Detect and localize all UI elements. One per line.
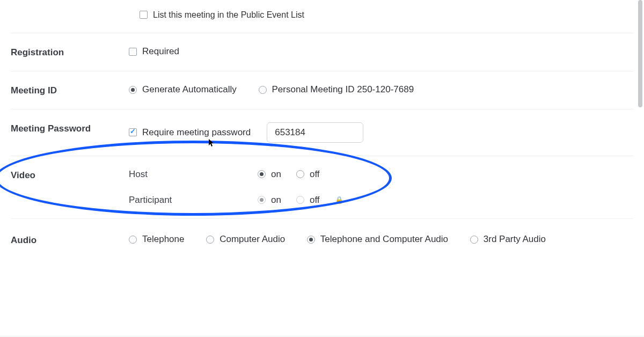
lock-icon: 🔒 bbox=[335, 196, 343, 204]
video-row: Video Host on off bbox=[11, 156, 633, 219]
meeting-password-input[interactable]: 653184 bbox=[267, 122, 363, 143]
public-event-list-checkbox[interactable] bbox=[140, 11, 148, 19]
audio-row: Audio Telephone Computer Audio Telephone… bbox=[11, 219, 633, 262]
meeting-id-personal-label: Personal Meeting ID 250-120-7689 bbox=[272, 84, 414, 95]
registration-required-label: Required bbox=[142, 46, 179, 57]
video-host-off-label: off bbox=[310, 169, 320, 180]
audio-thirdparty-radio[interactable] bbox=[470, 236, 478, 244]
meeting-id-section-label: Meeting ID bbox=[11, 84, 129, 96]
require-password-label: Require meeting password bbox=[142, 127, 251, 138]
audio-both-label: Telephone and Computer Audio bbox=[320, 234, 448, 245]
video-section-label: Video bbox=[11, 169, 129, 181]
video-host-label: Host bbox=[129, 169, 258, 180]
audio-section-label: Audio bbox=[11, 234, 129, 246]
video-host-subrow: Host on off bbox=[129, 169, 633, 180]
require-password-checkbox[interactable] bbox=[129, 128, 137, 136]
registration-section-label: Registration bbox=[11, 46, 129, 58]
registration-required-checkbox[interactable] bbox=[129, 48, 137, 56]
bottom-fade bbox=[0, 335, 644, 337]
audio-both-radio[interactable] bbox=[307, 236, 315, 244]
meeting-id-row: Meeting ID Generate Automatically Person… bbox=[11, 71, 633, 109]
audio-computer-radio[interactable] bbox=[206, 236, 214, 244]
video-host-on-radio[interactable] bbox=[258, 170, 266, 178]
meeting-id-auto-radio[interactable] bbox=[129, 86, 137, 94]
meeting-password-row: Meeting Password Require meeting passwor… bbox=[11, 109, 633, 156]
audio-thirdparty-label: 3rd Party Audio bbox=[484, 234, 546, 245]
meeting-id-personal-radio[interactable] bbox=[259, 86, 267, 94]
public-event-list-label: List this meeting in the Public Event Li… bbox=[153, 10, 304, 20]
registration-row: Registration Required bbox=[11, 33, 633, 71]
video-host-on-label: on bbox=[271, 169, 281, 180]
video-host-off-radio[interactable] bbox=[296, 170, 304, 178]
video-participant-on-radio[interactable] bbox=[258, 196, 266, 204]
video-participant-off-label: off bbox=[310, 195, 320, 206]
meeting-id-auto-label: Generate Automatically bbox=[142, 84, 237, 95]
audio-telephone-label: Telephone bbox=[142, 234, 184, 245]
public-event-list-row: List this meeting in the Public Event Li… bbox=[11, 0, 633, 33]
video-participant-off-radio[interactable] bbox=[296, 196, 304, 204]
audio-telephone-radio[interactable] bbox=[129, 236, 137, 244]
video-participant-on-label: on bbox=[271, 195, 281, 206]
audio-computer-label: Computer Audio bbox=[219, 234, 285, 245]
video-participant-label: Participant bbox=[129, 195, 258, 206]
meeting-password-section-label: Meeting Password bbox=[11, 122, 129, 134]
video-participant-subrow: Participant on off 🔒 bbox=[129, 195, 633, 206]
scrollbar-thumb[interactable] bbox=[638, 0, 642, 107]
